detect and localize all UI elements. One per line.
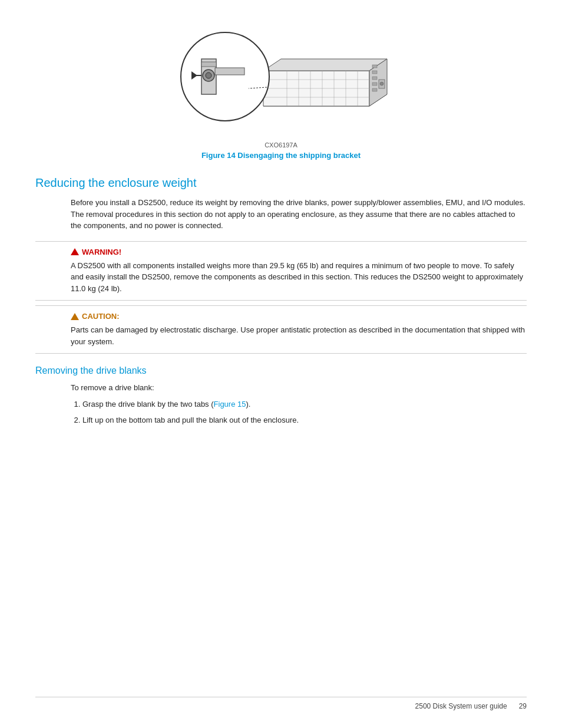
figure-container: CXO6197A Figure 14 Disengaging the shipp…	[35, 12, 527, 170]
figure-code: CXO6197A	[265, 141, 297, 149]
section1-body: Before you install a DS2500, reduce its …	[71, 197, 527, 232]
figure-diagram	[169, 12, 393, 141]
section2-title: Removing the drive blanks	[35, 365, 527, 376]
section2-intro: To remove a drive blank: Grasp the drive…	[71, 382, 527, 426]
page-number: 29	[519, 702, 527, 710]
svg-rect-17	[372, 77, 377, 80]
svg-rect-25	[201, 62, 216, 67]
caution-text: Parts can be damaged by electrostatic di…	[71, 324, 527, 347]
caution-box: CAUTION: Parts can be damaged by electro…	[35, 305, 527, 354]
svg-rect-19	[372, 88, 377, 91]
footer-title: 2500 Disk System user guide	[415, 702, 507, 710]
figure-caption: Figure 14 Disengaging the shipping brack…	[201, 151, 361, 160]
svg-point-21	[380, 82, 384, 85]
warning-text: A DS2500 with all components installed w…	[71, 260, 527, 295]
svg-rect-18	[372, 83, 377, 85]
svg-marker-3	[263, 59, 387, 71]
step2-text: Lift up on the bottom tab and pull the b…	[82, 416, 299, 424]
steps-list: Grasp the drive blank by the two tabs (F…	[82, 398, 527, 426]
page-footer: 2500 Disk System user guide 29	[35, 697, 527, 710]
caution-triangle-icon	[71, 313, 79, 320]
warning-label: WARNING!	[71, 248, 527, 256]
section2-intro-text: To remove a drive blank:	[71, 382, 527, 394]
warning-label-text: WARNING!	[82, 248, 121, 256]
caution-label-text: CAUTION:	[82, 312, 120, 321]
svg-rect-15	[372, 65, 377, 68]
figure15-link[interactable]: Figure 15	[214, 400, 246, 409]
svg-rect-16	[372, 71, 377, 74]
step1-text: Grasp the drive blank by the two tabs (F…	[82, 400, 250, 409]
svg-rect-28	[215, 68, 244, 75]
list-item: Lift up on the bottom tab and pull the b…	[82, 414, 527, 426]
section1-title: Reducing the enclosure weight	[35, 176, 527, 190]
list-item: Grasp the drive blank by the two tabs (F…	[82, 398, 527, 410]
svg-point-27	[206, 73, 211, 78]
page-content: CXO6197A Figure 14 Disengaging the shipp…	[0, 0, 562, 471]
warning-triangle-icon	[71, 248, 79, 255]
caution-label: CAUTION:	[71, 312, 527, 321]
warning-box: WARNING! A DS2500 with all components in…	[35, 241, 527, 301]
